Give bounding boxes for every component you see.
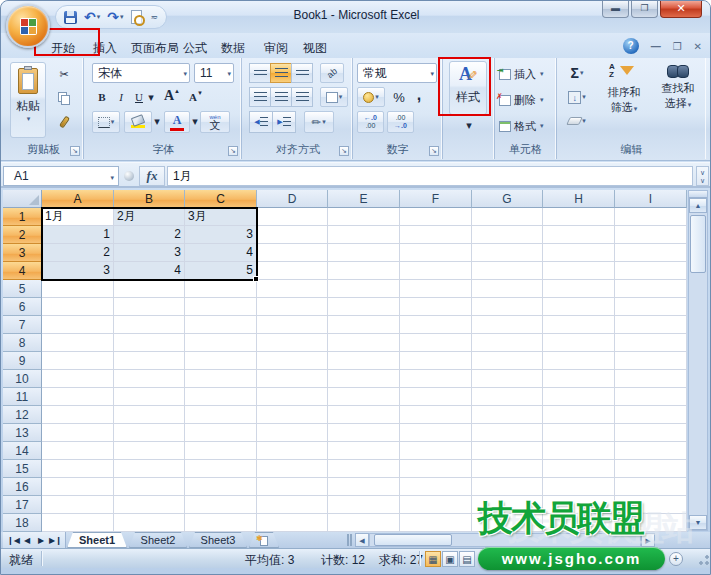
cell-A17[interactable] bbox=[42, 496, 114, 514]
cell-B6[interactable] bbox=[114, 298, 185, 316]
cell-I9[interactable] bbox=[615, 352, 687, 370]
wrap-text-button[interactable]: ✎▾ bbox=[304, 111, 334, 133]
insert-worksheet-tab[interactable]: ✱ bbox=[249, 532, 279, 548]
help-icon[interactable]: ? bbox=[623, 38, 639, 54]
cell-D14[interactable] bbox=[257, 442, 328, 460]
comma-style-button[interactable]: , bbox=[411, 85, 427, 105]
cell-E13[interactable] bbox=[328, 424, 400, 442]
cell-C14[interactable] bbox=[185, 442, 257, 460]
cell-I13[interactable] bbox=[615, 424, 687, 442]
number-format-combo[interactable]: 常规▾ bbox=[357, 63, 437, 83]
namebox-resize-handle[interactable] bbox=[124, 171, 134, 181]
cell-H13[interactable] bbox=[543, 424, 615, 442]
italic-button[interactable]: I bbox=[114, 88, 128, 106]
cell-E15[interactable] bbox=[328, 460, 400, 478]
cell-E7[interactable] bbox=[328, 316, 400, 334]
cell-G9[interactable] bbox=[472, 352, 543, 370]
orientation-button[interactable]: ab bbox=[320, 63, 344, 83]
zoom-in-icon[interactable]: + bbox=[669, 552, 683, 566]
cell-A3[interactable]: 2 bbox=[42, 244, 114, 262]
customize-qat-icon[interactable]: ≂ bbox=[151, 12, 159, 22]
accounting-format-button[interactable]: ▾ bbox=[357, 87, 385, 107]
cell-B9[interactable] bbox=[114, 352, 185, 370]
cell-A13[interactable] bbox=[42, 424, 114, 442]
col-header-G[interactable]: G bbox=[472, 190, 543, 208]
col-header-B[interactable]: B bbox=[114, 190, 185, 208]
cell-H16[interactable] bbox=[543, 478, 615, 496]
cell-G13[interactable] bbox=[472, 424, 543, 442]
cell-E18[interactable] bbox=[328, 514, 400, 532]
row-header-2[interactable]: 2 bbox=[3, 226, 42, 244]
vertical-split-handle[interactable] bbox=[689, 191, 707, 198]
cell-F12[interactable] bbox=[400, 406, 472, 424]
scroll-up-icon[interactable]: ▲ bbox=[689, 198, 707, 213]
clipboard-dialog-launcher[interactable]: ↘ bbox=[70, 146, 80, 156]
next-sheet-icon[interactable]: ▶ bbox=[35, 536, 47, 545]
row-header-16[interactable]: 16 bbox=[3, 478, 42, 496]
cell-B8[interactable] bbox=[114, 334, 185, 352]
cut-icon[interactable]: ✂ bbox=[52, 64, 76, 84]
cell-E9[interactable] bbox=[328, 352, 400, 370]
tab-scroll-splitter[interactable] bbox=[347, 534, 352, 546]
scroll-left-icon[interactable]: ◀ bbox=[355, 533, 369, 547]
cell-H8[interactable] bbox=[543, 334, 615, 352]
restore-button[interactable]: ❐ bbox=[631, 1, 658, 18]
font-dialog-launcher[interactable]: ↘ bbox=[228, 146, 238, 156]
find-select-button[interactable]: 查找和选择▾ bbox=[653, 61, 703, 139]
delete-cells-button[interactable]: ✗ 删除▾ bbox=[499, 90, 553, 110]
cell-E14[interactable] bbox=[328, 442, 400, 460]
cell-I10[interactable] bbox=[615, 370, 687, 388]
row-header-9[interactable]: 9 bbox=[3, 352, 42, 370]
fill-button[interactable]: ↓▾ bbox=[563, 87, 591, 107]
cell-E4[interactable] bbox=[328, 262, 400, 280]
sheet-tab-sheet1[interactable]: Sheet1 bbox=[67, 532, 127, 548]
cell-F9[interactable] bbox=[400, 352, 472, 370]
cell-D9[interactable] bbox=[257, 352, 328, 370]
cell-F3[interactable] bbox=[400, 244, 472, 262]
cell-I8[interactable] bbox=[615, 334, 687, 352]
cell-E1[interactable] bbox=[328, 208, 400, 226]
cell-H14[interactable] bbox=[543, 442, 615, 460]
cell-I3[interactable] bbox=[615, 244, 687, 262]
cell-B17[interactable] bbox=[114, 496, 185, 514]
cell-G10[interactable] bbox=[472, 370, 543, 388]
cell-A10[interactable] bbox=[42, 370, 114, 388]
cell-C10[interactable] bbox=[185, 370, 257, 388]
cell-B5[interactable] bbox=[114, 280, 185, 298]
cell-H12[interactable] bbox=[543, 406, 615, 424]
cell-F2[interactable] bbox=[400, 226, 472, 244]
cell-E6[interactable] bbox=[328, 298, 400, 316]
tab-data[interactable]: 数据 bbox=[215, 37, 251, 60]
workbook-close-icon[interactable]: ✕ bbox=[694, 41, 702, 52]
cell-D3[interactable] bbox=[257, 244, 328, 262]
cell-C11[interactable] bbox=[185, 388, 257, 406]
cell-B15[interactable] bbox=[114, 460, 185, 478]
cell-A1[interactable]: 1月 bbox=[42, 208, 114, 226]
col-header-F[interactable]: F bbox=[400, 190, 472, 208]
formula-input[interactable]: 1月 bbox=[167, 166, 693, 186]
cell-F1[interactable] bbox=[400, 208, 472, 226]
cell-E16[interactable] bbox=[328, 478, 400, 496]
cell-F7[interactable] bbox=[400, 316, 472, 334]
cell-C5[interactable] bbox=[185, 280, 257, 298]
cell-D12[interactable] bbox=[257, 406, 328, 424]
workbook-restore-icon[interactable]: ❐ bbox=[673, 41, 682, 52]
cell-C7[interactable] bbox=[185, 316, 257, 334]
fill-handle[interactable] bbox=[253, 276, 259, 282]
cell-F17[interactable] bbox=[400, 496, 472, 514]
cell-D2[interactable] bbox=[257, 226, 328, 244]
format-cells-button[interactable]: 格式▾ bbox=[499, 116, 553, 136]
cell-F5[interactable] bbox=[400, 280, 472, 298]
cell-C1[interactable]: 3月 bbox=[185, 208, 257, 226]
tab-review[interactable]: 审阅 bbox=[258, 37, 294, 60]
cell-C8[interactable] bbox=[185, 334, 257, 352]
cell-A11[interactable] bbox=[42, 388, 114, 406]
row-header-15[interactable]: 15 bbox=[3, 460, 42, 478]
cell-F6[interactable] bbox=[400, 298, 472, 316]
cell-I1[interactable] bbox=[615, 208, 687, 226]
cell-G11[interactable] bbox=[472, 388, 543, 406]
close-button[interactable]: ✕ bbox=[660, 1, 702, 18]
row-header-4[interactable]: 4 bbox=[3, 262, 42, 280]
cell-D1[interactable] bbox=[257, 208, 328, 226]
cell-F11[interactable] bbox=[400, 388, 472, 406]
